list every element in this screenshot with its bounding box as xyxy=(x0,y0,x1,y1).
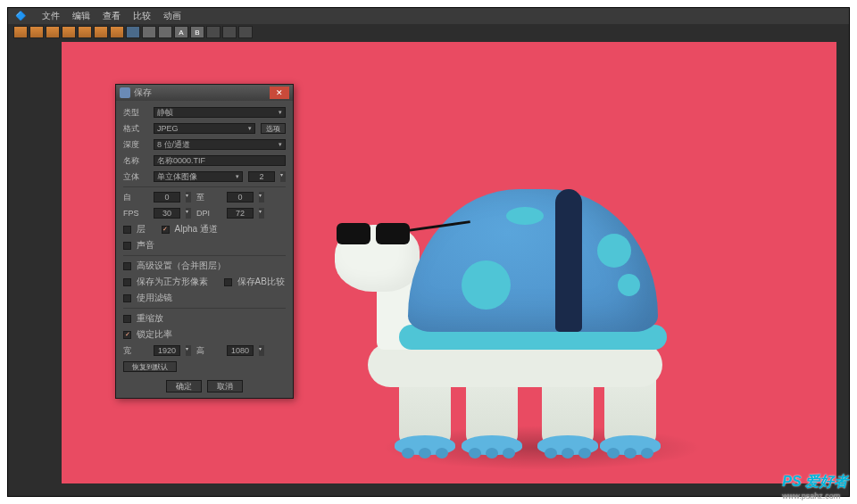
layer-label: 层 xyxy=(137,223,146,235)
tool-5[interactable] xyxy=(78,26,92,38)
depth-select[interactable]: 8 位/通道 xyxy=(154,139,286,150)
watermark-url: www.psahz.com xyxy=(782,492,848,500)
close-icon[interactable]: ✕ xyxy=(270,87,289,99)
filter-label: 使用滤镜 xyxy=(137,292,172,304)
square-check[interactable] xyxy=(123,278,131,286)
fps-input[interactable]: 30 xyxy=(154,208,180,219)
from-input[interactable]: 0 xyxy=(154,192,180,202)
to-label: 至 xyxy=(196,192,221,203)
tool-13[interactable] xyxy=(206,26,220,38)
height-label: 高 xyxy=(196,345,221,357)
from-label: 自 xyxy=(123,192,148,203)
menu-view[interactable]: 查看 xyxy=(103,10,121,22)
tool-3[interactable] xyxy=(46,26,60,38)
ab-label: 保存AB比较 xyxy=(237,276,285,288)
sound-check[interactable] xyxy=(123,242,131,250)
menubar: 🔷 文件 编辑 查看 比较 动画 xyxy=(8,8,849,24)
lock-check[interactable]: ✓ xyxy=(123,331,131,339)
tool-1[interactable] xyxy=(13,26,28,38)
type-label: 类型 xyxy=(123,107,148,119)
menu-compare[interactable]: 比较 xyxy=(133,10,151,22)
alpha-check[interactable]: ✓ xyxy=(162,226,170,234)
menu-file[interactable]: 文件 xyxy=(42,10,60,22)
square-label: 保存为正方形像素 xyxy=(137,276,208,288)
layer-check[interactable] xyxy=(123,226,131,234)
filter-check[interactable] xyxy=(123,294,131,302)
name-input[interactable]: 名称0000.TIF xyxy=(154,155,286,166)
height-input[interactable]: 1080 xyxy=(227,345,254,356)
cancel-button[interactable]: 取消 xyxy=(207,380,243,392)
format-label: 格式 xyxy=(123,123,148,135)
dialog-title-text: 保存 xyxy=(134,87,152,99)
tool-2[interactable] xyxy=(29,26,44,38)
width-input[interactable]: 1920 xyxy=(154,345,180,356)
tool-15[interactable] xyxy=(238,26,253,38)
save-dialog: 保存 ✕ 类型静帧 格式JPEG选项 深度8 位/通道 名称名称0000.TIF… xyxy=(115,84,294,399)
app-icon: 🔷 xyxy=(15,11,26,21)
menu-edit[interactable]: 编辑 xyxy=(72,10,90,22)
lock-label: 锁定比率 xyxy=(137,328,172,341)
stereo-select[interactable]: 单立体图像 xyxy=(154,171,243,182)
tool-A[interactable]: A xyxy=(174,26,188,38)
dialog-icon xyxy=(120,87,130,98)
ok-button[interactable]: 确定 xyxy=(166,380,202,392)
sound-label: 声音 xyxy=(137,239,154,252)
stereo-num[interactable]: 2 xyxy=(248,171,275,182)
sunglasses-icon xyxy=(337,223,417,246)
stereo-label: 立体 xyxy=(123,171,148,183)
app-window: 🔷 文件 编辑 查看 比较 动画 A B xyxy=(7,7,850,497)
adv-check[interactable] xyxy=(123,262,131,270)
tool-B[interactable]: B xyxy=(190,26,204,38)
format-select[interactable]: JPEG xyxy=(154,123,255,134)
watermark-brand: PS 爱好者 xyxy=(782,474,848,489)
dialog-titlebar[interactable]: 保存 ✕ xyxy=(116,85,293,101)
name-label: 名称 xyxy=(123,155,148,167)
ab-check[interactable] xyxy=(224,278,232,286)
tool-8[interactable] xyxy=(126,26,140,38)
adv-label: 高级设置（合并图层） xyxy=(137,260,226,272)
toolbar: A B xyxy=(8,24,849,40)
to-input[interactable]: 0 xyxy=(227,192,254,202)
alpha-label: Alpha 通道 xyxy=(175,223,218,235)
menu-anim[interactable]: 动画 xyxy=(163,10,181,22)
options-button[interactable]: 选项 xyxy=(261,123,286,134)
tool-6[interactable] xyxy=(94,26,108,38)
tool-4[interactable] xyxy=(62,26,76,38)
tool-10[interactable] xyxy=(158,26,172,38)
width-label: 宽 xyxy=(123,345,148,357)
dpi-label: DPI xyxy=(196,209,221,218)
depth-label: 深度 xyxy=(123,139,148,151)
stereo-spin[interactable]: ▾ xyxy=(280,171,286,182)
tool-7[interactable] xyxy=(110,26,124,38)
tool-14[interactable] xyxy=(222,26,237,38)
render-turtle xyxy=(292,153,685,457)
reset-button[interactable]: 恢复到默认 xyxy=(123,361,177,372)
type-select[interactable]: 静帧 xyxy=(154,107,286,118)
scale-check[interactable] xyxy=(123,315,131,323)
watermark: PS 爱好者 www.psahz.com xyxy=(782,473,848,500)
fps-label: FPS xyxy=(123,209,148,218)
scale-label: 重缩放 xyxy=(137,312,163,325)
dpi-input[interactable]: 72 xyxy=(227,208,254,219)
tool-9[interactable] xyxy=(142,26,156,38)
